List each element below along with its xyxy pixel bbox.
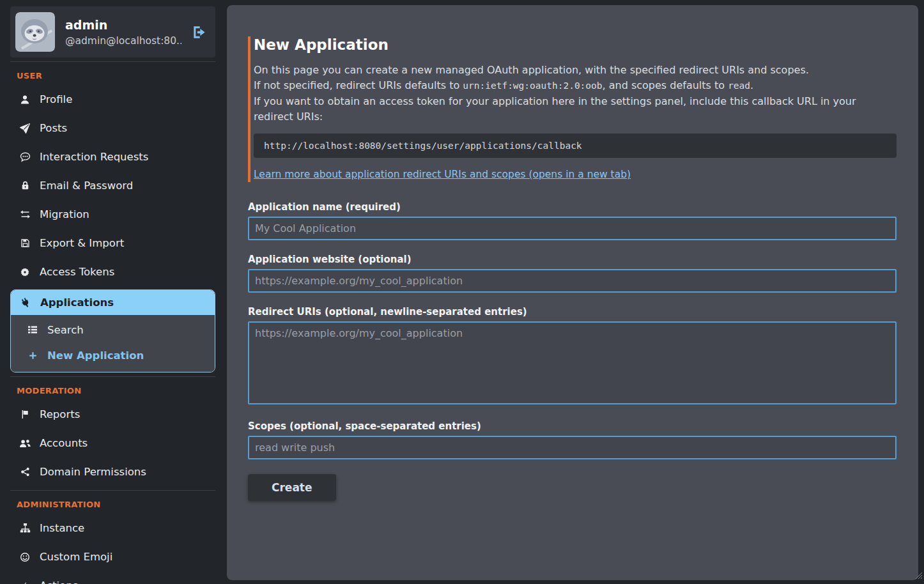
redirect-uris-textarea[interactable] — [248, 321, 897, 404]
divider — [10, 376, 215, 377]
plug-icon — [20, 298, 31, 308]
list-icon — [27, 325, 38, 335]
sidebar-item-profile[interactable]: Profile — [10, 85, 215, 114]
sidebar-item-label: Access Tokens — [40, 266, 114, 278]
sidebar-item-label: Accounts — [40, 437, 88, 449]
sidebar-item-label: Domain Permissions — [40, 466, 146, 478]
sidebar-item-custom-emoji[interactable]: Custom Emoji — [10, 542, 215, 571]
sidebar-item-label: Reports — [40, 408, 80, 420]
sidebar-item-label: Interaction Requests — [40, 151, 148, 163]
smiley-icon — [19, 552, 31, 562]
sidebar-item-label: Email & Password — [40, 180, 133, 192]
sidebar-item-actions[interactable]: Actions — [10, 571, 215, 584]
application-name-label: Application name (required) — [248, 201, 897, 213]
application-website-label: Application website (optional) — [248, 254, 897, 265]
sidebar-item-label: Export & Import — [40, 237, 124, 249]
sidebar-item-label: Search — [47, 324, 84, 336]
divider — [10, 61, 215, 62]
sidebar-item-label: New Application — [47, 350, 144, 362]
sidebar: admin @admin@localhost:80... USER Profil… — [10, 6, 215, 584]
section-header-moderation: MODERATION — [17, 386, 215, 396]
scopes-field-group: Scopes (optional, space-separated entrie… — [248, 420, 897, 459]
intro-line2-pre: If not specified, redirect URIs defaults… — [254, 79, 463, 91]
divider — [10, 490, 215, 491]
sloth-avatar — [15, 12, 55, 52]
user-handle: @admin@localhost:80... — [65, 35, 181, 47]
share-nodes-icon — [19, 467, 31, 477]
sidebar-item-label: Applications — [40, 296, 114, 309]
application-website-input[interactable] — [248, 269, 897, 293]
page-title: New Application — [254, 36, 897, 53]
application-name-field-group: Application name (required) — [248, 201, 897, 240]
sidebar-item-label: Instance — [40, 522, 84, 534]
sidebar-item-label: Profile — [40, 93, 72, 105]
sidebar-item-applications-search[interactable]: Search — [11, 317, 215, 342]
plus-icon — [27, 351, 38, 360]
settings-page: admin @admin@localhost:80... USER Profil… — [0, 0, 924, 584]
sidebar-item-email-password[interactable]: Email & Password — [10, 171, 215, 200]
sidebar-item-label: Migration — [40, 208, 89, 220]
applications-subnav: Search New Application — [11, 315, 215, 372]
user-card: admin @admin@localhost:80... — [10, 6, 215, 58]
username: admin — [65, 18, 181, 32]
application-website-field-group: Application website (optional) — [248, 254, 897, 293]
main-panel: New Application On this page you can cre… — [227, 5, 918, 580]
sidebar-item-label: Custom Emoji — [40, 551, 112, 563]
floppy-disk-icon — [19, 238, 31, 248]
sidebar-item-instance[interactable]: Instance — [10, 514, 215, 542]
users-icon — [19, 438, 31, 449]
application-name-input[interactable] — [248, 217, 897, 240]
comment-dots-icon — [19, 151, 31, 162]
exchange-arrows-icon — [19, 209, 31, 220]
sidebar-item-label: Posts — [40, 122, 67, 134]
bolt-icon — [19, 581, 31, 584]
applications-nav-group: Applications Search — [10, 289, 215, 373]
create-button[interactable]: Create — [248, 474, 336, 501]
certificate-icon — [19, 267, 31, 277]
lock-icon — [19, 181, 31, 190]
scopes-input[interactable] — [248, 436, 897, 459]
sidebar-item-domain-permissions[interactable]: Domain Permissions — [10, 457, 215, 486]
sidebar-item-applications-new[interactable]: New Application — [11, 342, 215, 368]
intro-line1: On this page you can create a new manage… — [254, 64, 809, 76]
sitemap-icon — [19, 523, 31, 534]
read-code: read — [728, 81, 750, 91]
section-header-user: USER — [17, 71, 215, 81]
intro-line2-mid: , and scopes defaults to — [603, 79, 728, 91]
sidebar-item-posts[interactable]: Posts — [10, 114, 215, 142]
sidebar-item-access-tokens[interactable]: Access Tokens — [10, 257, 215, 286]
sidebar-item-migration[interactable]: Migration — [10, 200, 215, 229]
sidebar-item-reports[interactable]: Reports — [10, 400, 215, 429]
learn-more-link[interactable]: Learn more about application redirect UR… — [254, 169, 631, 180]
intro-line3: If you want to obtain an access token fo… — [254, 95, 856, 123]
page-header: New Application On this page you can cre… — [248, 36, 897, 182]
sidebar-item-interaction-requests[interactable]: Interaction Requests — [10, 142, 215, 171]
section-header-administration: ADMINISTRATION — [17, 500, 215, 509]
user-names: admin @admin@localhost:80... — [65, 18, 181, 47]
resize-grip-icon[interactable] — [915, 570, 923, 582]
intro-line2-end: . — [750, 79, 753, 91]
sidebar-item-accounts[interactable]: Accounts — [10, 429, 215, 457]
paper-plane-icon — [19, 123, 31, 134]
callback-url-code-block: http://localhost:8080/settings/user/appl… — [254, 134, 897, 158]
logout-icon[interactable] — [192, 25, 206, 40]
user-icon — [19, 95, 31, 105]
new-application-form: Application name (required) Application … — [248, 201, 897, 501]
scopes-label: Scopes (optional, space-separated entrie… — [248, 420, 897, 432]
redirect-uris-field-group: Redirect URIs (optional, newline-separat… — [248, 306, 897, 407]
sidebar-item-export-import[interactable]: Export & Import — [10, 229, 215, 257]
sidebar-item-applications[interactable]: Applications — [11, 290, 215, 315]
sidebar-item-label: Actions — [40, 580, 78, 584]
redirect-uris-label: Redirect URIs (optional, newline-separat… — [248, 306, 897, 318]
oob-code: urn:ietf:wg:oauth:2.0:oob — [463, 81, 602, 91]
flag-icon — [19, 410, 31, 419]
intro-text: On this page you can create a new manage… — [254, 63, 897, 125]
